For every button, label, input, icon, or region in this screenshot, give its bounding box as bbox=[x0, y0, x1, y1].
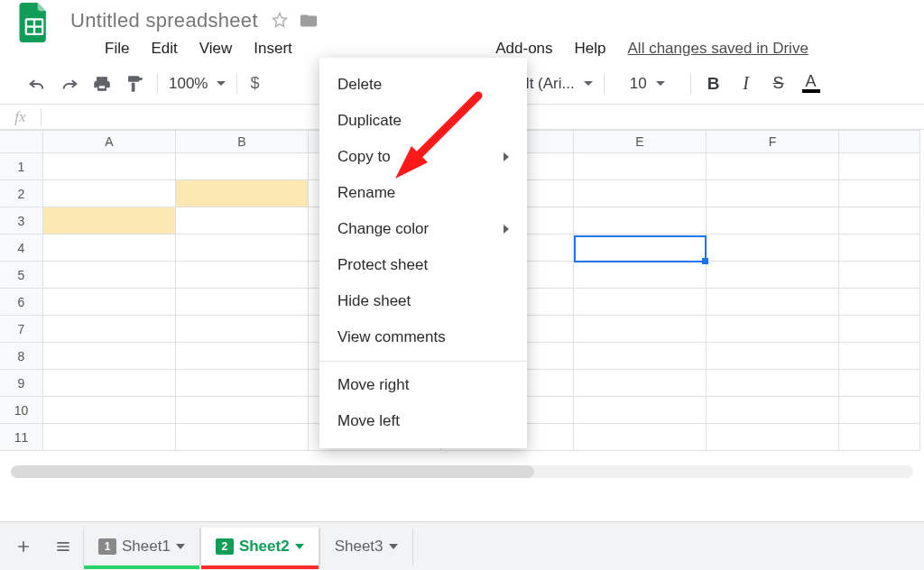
row-header[interactable]: 3 bbox=[0, 207, 43, 234]
sheets-logo[interactable] bbox=[16, 5, 52, 41]
redo-icon[interactable] bbox=[54, 70, 85, 97]
cell[interactable] bbox=[574, 316, 707, 343]
menu-help[interactable]: Help bbox=[564, 36, 617, 61]
cell[interactable] bbox=[43, 207, 176, 234]
cell[interactable] bbox=[839, 343, 920, 370]
cell[interactable] bbox=[176, 180, 309, 207]
cell[interactable] bbox=[176, 370, 309, 397]
menu-edit[interactable]: Edit bbox=[140, 36, 188, 61]
save-status[interactable]: All changes saved in Drive bbox=[628, 40, 808, 58]
cell[interactable] bbox=[43, 343, 176, 370]
ctx-delete[interactable]: Delete bbox=[319, 67, 527, 103]
cell[interactable] bbox=[707, 316, 839, 343]
row-header[interactable]: 7 bbox=[0, 316, 43, 343]
menu-view[interactable]: View bbox=[189, 36, 244, 61]
cell[interactable] bbox=[839, 153, 920, 180]
undo-icon[interactable] bbox=[22, 70, 52, 97]
all-sheets-button[interactable] bbox=[43, 529, 83, 565]
row-header[interactable]: 4 bbox=[0, 234, 43, 262]
text-color-button[interactable]: A bbox=[796, 70, 827, 97]
cell[interactable] bbox=[574, 343, 707, 370]
cell[interactable] bbox=[176, 397, 309, 424]
cell[interactable] bbox=[839, 180, 920, 207]
chevron-down-icon[interactable] bbox=[295, 544, 304, 549]
fill-handle[interactable] bbox=[702, 258, 708, 264]
cell[interactable] bbox=[707, 180, 839, 207]
cell[interactable] bbox=[574, 207, 707, 234]
ctx-copy-to[interactable]: Copy to bbox=[319, 139, 527, 175]
cell[interactable] bbox=[176, 424, 309, 451]
col-header[interactable]: A bbox=[43, 130, 176, 153]
cell[interactable] bbox=[43, 370, 176, 397]
cell[interactable] bbox=[43, 424, 176, 451]
col-header[interactable] bbox=[839, 130, 920, 153]
menu-insert[interactable]: Insert bbox=[243, 36, 303, 61]
paint-format-icon[interactable] bbox=[119, 70, 150, 97]
ctx-protect-sheet[interactable]: Protect sheet bbox=[319, 247, 527, 283]
cell[interactable] bbox=[43, 397, 176, 424]
row-header[interactable]: 5 bbox=[0, 262, 43, 289]
cell[interactable] bbox=[574, 397, 707, 424]
horizontal-scrollbar[interactable] bbox=[11, 465, 913, 478]
print-icon[interactable] bbox=[87, 70, 117, 97]
cell[interactable] bbox=[176, 289, 309, 316]
doc-title[interactable]: Untitled spreadsheet bbox=[65, 9, 263, 32]
cell[interactable] bbox=[176, 262, 309, 289]
cell[interactable] bbox=[43, 234, 176, 262]
sheet-tab-1[interactable]: 1 Sheet1 bbox=[83, 528, 200, 565]
row-header[interactable]: 6 bbox=[0, 289, 43, 316]
ctx-duplicate[interactable]: Duplicate bbox=[319, 103, 527, 139]
zoom-dropdown[interactable]: 100% bbox=[165, 75, 229, 93]
cell[interactable] bbox=[176, 207, 309, 234]
move-to-folder-icon[interactable] bbox=[296, 8, 321, 33]
cell[interactable] bbox=[574, 424, 707, 451]
star-icon[interactable] bbox=[267, 8, 292, 33]
row-header[interactable]: 11 bbox=[0, 424, 43, 451]
strikethrough-button[interactable]: S bbox=[763, 70, 794, 97]
menu-file[interactable]: File bbox=[94, 36, 140, 61]
cell[interactable] bbox=[707, 289, 839, 316]
ctx-move-right[interactable]: Move right bbox=[319, 367, 527, 403]
cell[interactable] bbox=[176, 153, 309, 180]
cell[interactable] bbox=[839, 207, 920, 234]
ctx-move-left[interactable]: Move left bbox=[319, 403, 527, 439]
cell[interactable] bbox=[839, 397, 920, 424]
cell[interactable] bbox=[707, 397, 839, 424]
row-header[interactable]: 9 bbox=[0, 370, 43, 397]
sheet-tab-2[interactable]: 2 Sheet2 bbox=[200, 528, 319, 565]
cell[interactable] bbox=[707, 207, 839, 234]
cell[interactable] bbox=[839, 424, 920, 451]
cell[interactable] bbox=[43, 262, 176, 289]
cell[interactable] bbox=[43, 153, 176, 180]
cell[interactable] bbox=[574, 289, 707, 316]
cell[interactable] bbox=[574, 153, 707, 180]
row-header[interactable]: 8 bbox=[0, 343, 43, 370]
chevron-down-icon[interactable] bbox=[176, 544, 185, 549]
row-header[interactable]: 2 bbox=[0, 180, 43, 207]
col-header[interactable]: B bbox=[176, 130, 309, 153]
cell[interactable] bbox=[574, 262, 707, 289]
font-size-dropdown[interactable]: 10 bbox=[612, 75, 683, 93]
ctx-hide-sheet[interactable]: Hide sheet bbox=[319, 283, 527, 319]
cell[interactable] bbox=[707, 262, 839, 289]
add-sheet-button[interactable] bbox=[4, 529, 43, 565]
ctx-rename[interactable]: Rename bbox=[319, 175, 527, 211]
cell[interactable] bbox=[574, 370, 707, 397]
cell[interactable] bbox=[176, 343, 309, 370]
cell[interactable] bbox=[176, 316, 309, 343]
cell[interactable] bbox=[839, 370, 920, 397]
bold-button[interactable]: B bbox=[698, 70, 729, 97]
row-header[interactable]: 10 bbox=[0, 397, 43, 424]
cell[interactable] bbox=[707, 424, 839, 451]
col-header[interactable]: E bbox=[574, 130, 707, 153]
cell[interactable] bbox=[839, 289, 920, 316]
select-all-corner[interactable] bbox=[0, 130, 43, 153]
ctx-change-color[interactable]: Change color bbox=[319, 211, 527, 247]
sheet-tab-3[interactable]: Sheet3 bbox=[319, 528, 413, 565]
italic-button[interactable]: I bbox=[731, 70, 762, 97]
cell[interactable] bbox=[707, 234, 839, 262]
cell[interactable] bbox=[839, 234, 920, 262]
cell[interactable] bbox=[43, 180, 176, 207]
cell[interactable] bbox=[839, 262, 920, 289]
cell[interactable] bbox=[176, 234, 309, 262]
